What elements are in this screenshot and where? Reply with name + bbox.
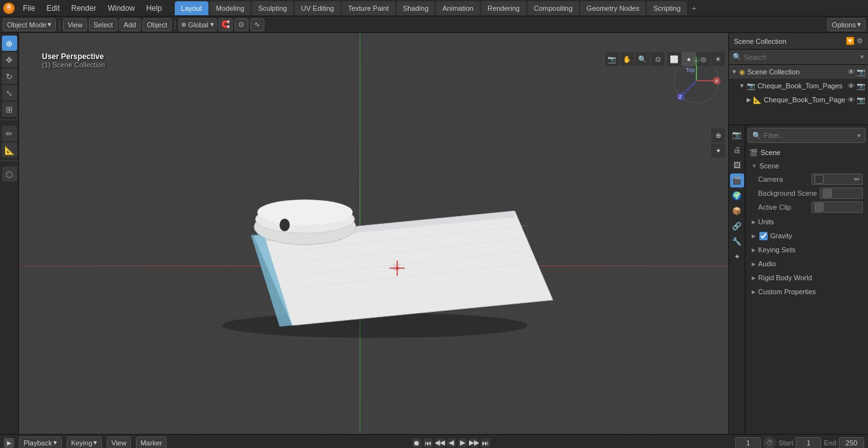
outliner-filter-icon[interactable]: 🔽 xyxy=(846,37,855,45)
outliner-item-cheque-pages[interactable]: ▼ 📷 Cheque_Book_Tom_Pages 👁 📷 xyxy=(729,79,868,93)
active-clip-value[interactable] xyxy=(811,201,863,213)
search-icon: 🔍 xyxy=(733,53,742,61)
units-header[interactable]: Units xyxy=(748,215,865,228)
render-props-btn[interactable]: 📷 xyxy=(730,128,744,142)
rendered-btn[interactable]: ☀ xyxy=(711,52,725,66)
move-tool[interactable]: ✥ xyxy=(2,52,17,67)
transform-tool[interactable]: ⊞ xyxy=(2,102,17,117)
hand-tool-btn[interactable]: ✋ xyxy=(620,52,634,66)
start-frame-input[interactable] xyxy=(796,437,821,449)
constraints-btn[interactable]: 🔗 xyxy=(730,219,744,233)
play-forward-btn[interactable]: ▶ xyxy=(458,438,467,447)
options-btn[interactable]: Options ▾ xyxy=(827,18,865,31)
item-icon-armature: 📷 xyxy=(747,82,756,90)
zoom-btn[interactable]: 🔍 xyxy=(635,52,649,66)
outliner-render-icon[interactable]: 📷 xyxy=(857,68,865,76)
view-menu-timeline[interactable]: View xyxy=(107,437,131,449)
add-tab-button[interactable]: + xyxy=(688,3,700,13)
view-layer-btn[interactable]: 🖼 xyxy=(730,158,744,172)
item-visibility-icon[interactable]: 👁 xyxy=(848,82,855,90)
cursor-tool[interactable]: ⊕ xyxy=(2,36,17,51)
select-menu-btn[interactable]: Select xyxy=(89,18,118,31)
add-object-tool[interactable]: ⬡ xyxy=(2,166,17,182)
tab-texture-paint[interactable]: Texture Paint xyxy=(342,1,395,15)
snapping-btn[interactable]: 🧲 xyxy=(219,18,233,31)
tab-animation[interactable]: Animation xyxy=(436,1,480,15)
gravity-checkbox[interactable] xyxy=(759,232,768,240)
scale-tool[interactable]: ⤡ xyxy=(2,85,17,100)
outliner-item-cheque-page[interactable]: ▶ 📐 Cheque_Book_Tom_Page 👁 📷 xyxy=(729,93,868,107)
item2-render-icon[interactable]: 📷 xyxy=(857,96,865,104)
outliner-visibility-icon[interactable]: 👁 xyxy=(848,68,855,76)
menu-window[interactable]: Window xyxy=(102,3,140,14)
tab-rendering[interactable]: Rendering xyxy=(481,1,526,15)
outliner-item-scene-collection[interactable]: ▼ ◉ Scene Collection 👁 📷 xyxy=(729,65,868,79)
current-frame-input[interactable] xyxy=(735,437,761,449)
tab-sculpting[interactable]: Sculpting xyxy=(252,1,293,15)
rotate-tool[interactable]: ↻ xyxy=(2,69,17,84)
tab-geometry-nodes[interactable]: Geometry Nodes xyxy=(580,1,646,15)
material-btn[interactable]: ◎ xyxy=(696,52,710,66)
tab-shading[interactable]: Shading xyxy=(397,1,435,15)
scene-sub-header[interactable]: Scene xyxy=(748,160,865,172)
keying-sets-header[interactable]: Keying Sets xyxy=(748,243,865,256)
item2-visibility-icon[interactable]: 👁 xyxy=(848,96,855,104)
annotate-tool[interactable]: ✏ xyxy=(2,126,17,141)
gravity-header[interactable]: Gravity xyxy=(748,229,865,242)
background-scene-value[interactable] xyxy=(820,187,863,199)
transform-orientations-btn[interactable]: ⊕ Global ▾ xyxy=(179,18,217,31)
wireframe-btn[interactable]: ⬜ xyxy=(667,52,681,66)
menu-help[interactable]: Help xyxy=(141,3,167,14)
add-menu-btn[interactable]: Add xyxy=(119,18,141,31)
blender-logo[interactable] xyxy=(3,2,15,15)
outliner-search-input[interactable] xyxy=(744,53,858,61)
object-menu-btn[interactable]: Object xyxy=(142,18,172,31)
camera-view-btn[interactable]: 📷 xyxy=(605,52,619,66)
outliner-settings-icon[interactable]: ⚙ xyxy=(857,37,863,45)
jump-start-btn[interactable]: ⏮ xyxy=(424,438,433,447)
menu-edit[interactable]: Edit xyxy=(41,3,65,14)
camera-value[interactable]: ✏ xyxy=(811,173,863,185)
audio-header[interactable]: Audio xyxy=(748,257,865,270)
particles-btn[interactable]: ✦ xyxy=(730,250,744,264)
item-restrict-render-icon[interactable]: 📷 xyxy=(857,82,865,90)
playback-menu[interactable]: Playback ▾ xyxy=(19,437,62,449)
rendered-shading-btn[interactable]: ✦ xyxy=(711,144,725,158)
jump-end-btn[interactable]: ⏭ xyxy=(481,438,490,447)
tab-modeling[interactable]: Modeling xyxy=(210,1,251,15)
output-props-btn[interactable]: 🖨 xyxy=(730,143,744,157)
step-back-btn[interactable]: ◀◀ xyxy=(435,438,444,447)
properties-search-input[interactable] xyxy=(764,132,855,139)
custom-props-header[interactable]: Custom Properties xyxy=(748,285,865,298)
item-arrow: ▼ xyxy=(739,83,745,89)
end-frame-input[interactable] xyxy=(839,437,864,449)
tab-scripting[interactable]: Scripting xyxy=(647,1,687,15)
record-btn[interactable]: ⏺ xyxy=(412,438,421,447)
marker-menu[interactable]: Marker xyxy=(136,437,166,449)
scene-props-btn[interactable]: 🎬 xyxy=(730,173,744,187)
play-back-btn[interactable]: ◀ xyxy=(447,438,456,447)
3d-viewport[interactable]: User Perspective (1) Scene Collection Y … xyxy=(19,33,728,434)
solid-btn[interactable]: ● xyxy=(682,52,696,66)
world-props-btn[interactable]: 🌍 xyxy=(730,189,744,203)
object-props-btn[interactable]: 📦 xyxy=(730,204,744,218)
step-forward-btn[interactable]: ▶▶ xyxy=(470,438,478,447)
scene-section-header[interactable]: 🎬 Scene xyxy=(748,146,865,160)
measure-tool[interactable]: 📐 xyxy=(2,142,17,158)
object-mode-dropdown[interactable]: Object Mode ▾ xyxy=(3,18,56,31)
view-menu-btn[interactable]: View xyxy=(63,18,87,31)
menu-render[interactable]: Render xyxy=(66,3,101,14)
filter-options-icon[interactable]: ▾ xyxy=(860,53,864,61)
proportional-edit-btn[interactable]: ⊙ xyxy=(234,18,248,31)
menu-file[interactable]: File xyxy=(18,3,40,14)
view-point-btn[interactable]: ⊕ xyxy=(711,128,725,142)
keying-menu[interactable]: Keying ▾ xyxy=(67,437,102,449)
tab-layout[interactable]: Layout xyxy=(175,1,208,15)
camera-edit-icon[interactable]: ✏ xyxy=(854,175,860,184)
tab-uv-editing[interactable]: UV Editing xyxy=(295,1,341,15)
toggle-overlays-btn[interactable]: ⊙ xyxy=(651,52,665,66)
modifier-btn[interactable]: 🔧 xyxy=(730,234,744,248)
tab-compositing[interactable]: Compositing xyxy=(527,1,579,15)
rigid-body-header[interactable]: Rigid Body World xyxy=(748,271,865,284)
graph-btn[interactable]: ∿ xyxy=(250,18,264,31)
